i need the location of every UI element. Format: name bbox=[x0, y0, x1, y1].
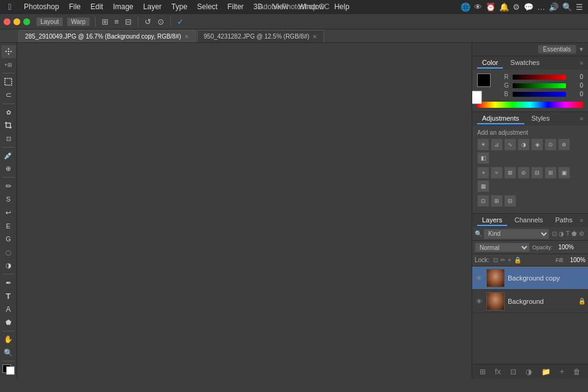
new-layer-button[interactable]: + bbox=[560, 368, 564, 376]
list-icon[interactable]: ≡ bbox=[113, 17, 121, 27]
styles-tab[interactable]: Styles bbox=[527, 113, 555, 124]
blue-slider[interactable] bbox=[513, 92, 566, 97]
tool-quick-select[interactable]: ✿ bbox=[1, 106, 16, 119]
adjustments-tab[interactable]: Adjustments bbox=[477, 113, 524, 124]
tool-stamp[interactable]: S bbox=[1, 193, 16, 206]
tool-eraser[interactable]: E bbox=[1, 219, 16, 232]
fill-value[interactable]: 100% bbox=[566, 257, 586, 263]
menu-view[interactable]: View bbox=[268, 1, 293, 12]
menubar-icon-4[interactable]: 🔔 bbox=[499, 2, 509, 12]
tool-text[interactable]: T bbox=[1, 290, 16, 303]
layer-item-background-copy[interactable]: 👁 Background copy bbox=[472, 266, 588, 290]
adj-hue[interactable]: ⊙ bbox=[545, 138, 557, 151]
red-slider[interactable] bbox=[513, 75, 566, 80]
spectrum-bar[interactable] bbox=[477, 102, 583, 108]
adj-exposure[interactable]: ◑ bbox=[518, 138, 530, 151]
adj-photofilter[interactable]: ⌖ bbox=[477, 167, 489, 179]
apple-logo[interactable]:  bbox=[5, 2, 15, 12]
paths-tab[interactable]: Paths bbox=[551, 215, 578, 226]
tool-move[interactable] bbox=[1, 45, 16, 58]
new-adj-button[interactable]: ◑ bbox=[526, 368, 532, 376]
channels-tab[interactable]: Channels bbox=[510, 215, 548, 226]
menubar-icon-10[interactable]: ☰ bbox=[576, 2, 583, 12]
add-mask-button[interactable]: ⊡ bbox=[510, 368, 516, 376]
menubar-icon-6[interactable]: 💬 bbox=[524, 2, 533, 12]
background-color[interactable] bbox=[6, 366, 15, 375]
tool-artboard[interactable]: +⊞ bbox=[1, 59, 16, 72]
menubar-icon-8[interactable]: 🔊 bbox=[549, 2, 559, 12]
tool-frame[interactable]: ⊡ bbox=[1, 132, 16, 145]
layers-tab[interactable]: Layers bbox=[477, 215, 507, 226]
tool-marquee[interactable] bbox=[1, 75, 16, 88]
tool-path-select[interactable]: A bbox=[1, 303, 16, 316]
add-style-button[interactable]: fx bbox=[495, 368, 500, 376]
maximize-button[interactable] bbox=[23, 18, 30, 25]
tool-lasso[interactable]: ⊂ bbox=[1, 89, 16, 102]
tool-gradient[interactable]: G bbox=[1, 233, 16, 246]
adj-levels[interactable]: ⊿ bbox=[491, 138, 503, 151]
essentials-button[interactable]: Essentials bbox=[538, 45, 577, 54]
adj-invert[interactable]: ⊘ bbox=[518, 167, 530, 179]
color-tab[interactable]: Color bbox=[477, 58, 503, 69]
menubar-icon-1[interactable]: 🌐 bbox=[461, 2, 470, 12]
adj-blackwhite[interactable]: ◧ bbox=[477, 152, 489, 164]
adj-gradientmap[interactable]: ▣ bbox=[558, 167, 570, 179]
filter-pixel[interactable]: ⊡ bbox=[552, 230, 557, 237]
adj-extra-3[interactable]: ⊟ bbox=[504, 195, 516, 207]
layer-item-background[interactable]: 👁 Background 🔒 bbox=[472, 290, 588, 313]
new-group-button[interactable]: 📁 bbox=[541, 368, 551, 376]
adj-vibrance[interactable]: ◈ bbox=[531, 138, 543, 151]
close-button[interactable] bbox=[4, 18, 10, 25]
tab-2-close[interactable]: ✕ bbox=[312, 34, 317, 40]
layers-kind-select[interactable]: Kind bbox=[484, 229, 549, 239]
menubar-icon-9[interactable]: 🔍 bbox=[562, 2, 572, 12]
adj-colorlookup[interactable]: ⊠ bbox=[504, 167, 516, 179]
tab-doc-1[interactable]: 285_2910049.JPG @ 16.7% (Background copy… bbox=[18, 30, 196, 42]
essentials-chevron[interactable]: ▼ bbox=[578, 46, 584, 53]
layout-button[interactable]: Layout bbox=[36, 17, 63, 26]
menu-layer[interactable]: Layer bbox=[139, 1, 166, 12]
menu-window[interactable]: Window bbox=[294, 1, 329, 12]
swatches-tab[interactable]: Swatches bbox=[505, 58, 545, 69]
tab-doc-2[interactable]: 950_4231282.JPG @ 12.5% (RGB/8#) ✕ bbox=[197, 30, 324, 42]
check-icon[interactable]: ✓ bbox=[176, 17, 185, 27]
menu-image[interactable]: Image bbox=[108, 1, 137, 12]
lock-all[interactable]: 🔒 bbox=[514, 257, 521, 263]
layer-visibility-2[interactable]: 👁 bbox=[475, 298, 483, 305]
menu-select[interactable]: Select bbox=[193, 1, 222, 12]
adj-brightness[interactable]: ☀ bbox=[477, 138, 489, 151]
tool-crop[interactable] bbox=[1, 119, 16, 132]
background-swatch[interactable] bbox=[472, 91, 482, 104]
foreground-background-colors[interactable] bbox=[1, 363, 16, 376]
foreground-swatch[interactable] bbox=[477, 74, 491, 87]
menu-3d[interactable]: 3D bbox=[249, 1, 267, 12]
warp-button[interactable]: Warp bbox=[67, 17, 90, 26]
lock-transparent[interactable]: ⊡ bbox=[493, 257, 498, 263]
adj-selectivecolor[interactable]: ▦ bbox=[477, 180, 489, 192]
blend-mode-select[interactable]: Normal bbox=[475, 243, 530, 252]
adj-extra-1[interactable]: ⊡ bbox=[477, 195, 489, 207]
adj-colorbalance[interactable]: ⊛ bbox=[558, 138, 570, 151]
tool-heal[interactable]: ⊕ bbox=[1, 163, 16, 176]
grid-icon-2[interactable]: ⊟ bbox=[124, 17, 133, 27]
opacity-value[interactable]: 100% bbox=[554, 244, 574, 251]
layer-visibility-1[interactable]: 👁 bbox=[475, 274, 483, 282]
tool-history-brush[interactable]: ↩ bbox=[1, 206, 16, 219]
minimize-button[interactable] bbox=[13, 18, 20, 25]
filter-type[interactable]: T bbox=[566, 230, 570, 237]
adj-extra-2[interactable]: ⊞ bbox=[491, 195, 503, 207]
tool-blur[interactable]: ◌ bbox=[1, 246, 16, 259]
adj-threshold[interactable]: ⊞ bbox=[545, 167, 557, 179]
grid-icon-1[interactable]: ⊞ bbox=[100, 17, 110, 27]
tool-pen[interactable]: ✒ bbox=[1, 276, 16, 289]
adj-curves[interactable]: ∿ bbox=[504, 138, 516, 151]
lock-image[interactable]: ✏ bbox=[500, 257, 505, 263]
adj-posterize[interactable]: ⊟ bbox=[531, 167, 543, 179]
menu-filter[interactable]: Filter bbox=[223, 1, 248, 12]
menubar-icon-2[interactable]: 👁 bbox=[474, 2, 482, 12]
tool-dodge[interactable]: ◑ bbox=[1, 260, 16, 273]
menu-photoshop[interactable]: Photoshop bbox=[20, 1, 63, 12]
menu-file[interactable]: File bbox=[64, 1, 85, 12]
menu-type[interactable]: Type bbox=[167, 1, 192, 12]
menubar-icon-3[interactable]: ⏰ bbox=[486, 2, 496, 12]
